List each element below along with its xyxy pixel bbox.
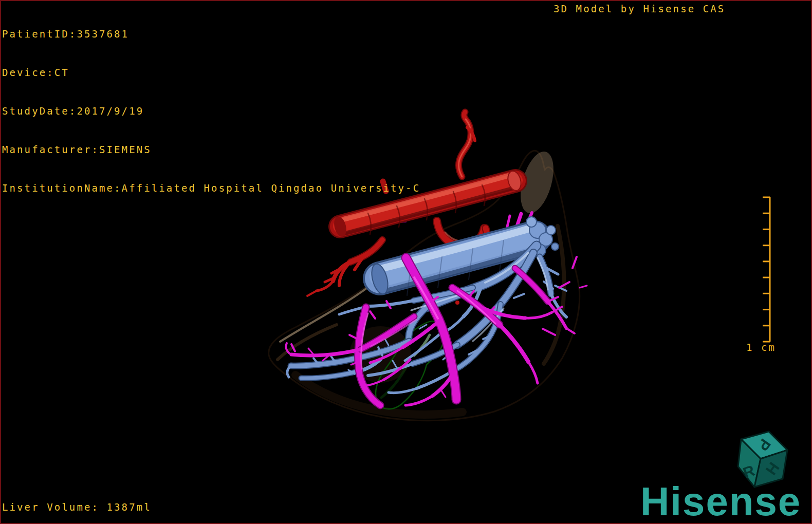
watermark-title: 3D Model by Hisense CAS: [553, 3, 725, 15]
study-date: StudyDate:2017/9/19: [2, 105, 420, 118]
hisense-logo: Hisense: [640, 483, 801, 520]
manufacturer: Manufacturer:SIEMENS: [2, 143, 420, 156]
device: Device:CT: [2, 66, 420, 79]
scale-bar: [740, 193, 776, 347]
scale-bar-ruler: [763, 197, 770, 342]
institution-name: InstitutionName:Affiliated Hospital Qing…: [2, 182, 420, 195]
app-window: PatientID:3537681 Device:CT StudyDate:20…: [0, 0, 812, 524]
patient-id: PatientID:3537681: [2, 28, 420, 41]
patient-info: PatientID:3537681 Device:CT StudyDate:20…: [2, 2, 420, 220]
liver-volume-label: Liver Volume: 1387ml: [2, 501, 152, 514]
scale-bar-label: 1 cm: [746, 341, 776, 354]
